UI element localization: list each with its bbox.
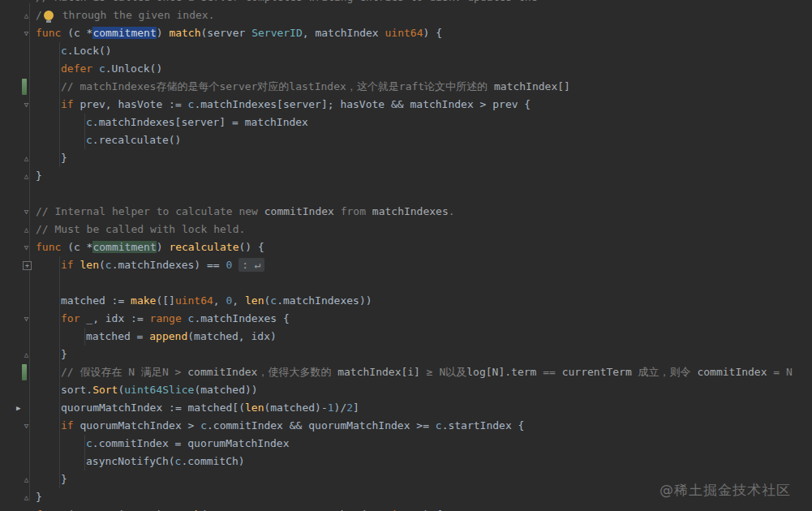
code-token: (c * [61,241,92,253]
watermark: @稀土掘金技术社区 [659,481,791,500]
code-token: (server [201,27,252,39]
code-token: c [200,419,207,432]
code-token: ) [157,241,170,253]
code-token: len [245,402,264,414]
code-token: range [150,312,188,324]
code-line[interactable]: asyncNotifyCh(c.commitCh) [0,453,812,470]
code-token: .matchIndexes[server]; hasVote && matchI… [194,98,531,110]
code-token: commitIndex [264,205,334,217]
code-line[interactable]: ▽func (c *commitment) match(server Serve… [0,24,812,42]
code-token: : ↵ [238,258,264,272]
code-line[interactable]: c.commitIndex = quorumMatchIndex [0,435,812,453]
code-token: ] [353,402,359,414]
code-token: // Must be called with lock held. [36,223,245,235]
code-token: matched = [86,330,149,342]
code-token: commitment [92,27,156,39]
code-token: sort. [61,384,92,396]
code-token: 成立，则令 [632,366,698,378]
code-line[interactable]: defer c.Unlock() [0,60,812,78]
code-line[interactable]: ▶quorumMatchIndex := matched[(len(matche… [0,399,812,417]
code-line[interactable] [0,185,812,203]
code-line[interactable]: △/ through the given index. [0,6,812,24]
code-token: if [61,98,79,110]
code-token: _, idx := [86,312,149,324]
code-token: ([] [156,294,174,307]
code-line[interactable]: ▽if prev, hasVote := c.matchIndexes[serv… [0,96,812,114]
code-token: .matchIndexes { [194,312,289,324]
code-token: .recalculate() [92,134,182,146]
code-line[interactable]: ▽// Internal helper to calculate new com… [0,203,812,221]
code-token: c [99,62,105,75]
code-token: .startIndex { [442,419,525,432]
code-line[interactable]: ▽func (c *commitment) recalculate() { [0,238,812,256]
code-token: from [334,205,372,217]
code-line[interactable]: ▽if quorumMatchIndex > c.commitIndex && … [0,417,812,435]
code-token: matchIndexes [372,205,449,217]
code-token: len [79,259,98,271]
code-line[interactable]: func (c *commitment) match(server Server… [0,506,812,511]
code-token: )/ [334,402,347,414]
code-token: commitment [92,241,156,253]
code-token: if [61,419,79,432]
code-token: c [86,134,92,146]
code-token: .commitIndex && quorumMatchIndex >= [207,419,436,432]
code-line[interactable]: // 假设存在 N 满足N > commitIndex，使得大多数的 match… [0,363,812,381]
code-token: // 假设存在 N 满足N > [61,366,187,378]
code-token: .Lock() [67,45,112,57]
code-token: currentTerm [562,366,632,378]
code-token: uint64 [175,294,213,307]
code-line[interactable]: c.matchIndexes[server] = matchIndex [0,114,812,131]
code-token: append [149,330,187,342]
code-token: quorumMatchIndex := matched[( [61,402,245,414]
code-token: asyncNotifyCh( [86,455,175,467]
code-token: through the given index. [56,9,215,21]
code-token: .commitIndex = quorumMatchIndex [92,437,290,449]
code-token: len [245,294,264,307]
code-token: for [61,312,86,324]
code-token: == [536,366,561,378]
code-line[interactable]: △} [0,167,812,185]
code-token: quorumMatchIndex > [79,419,200,432]
code-token: ) { [423,27,442,39]
code-token: commitIndex [697,366,767,378]
code-token: () { [238,241,264,253]
code-line[interactable]: matched := make([]uint64, 0, len(c.match… [0,292,812,310]
code-line[interactable]: △} [0,346,812,363]
code-token: c [436,419,442,432]
code-token: 1 [328,402,334,414]
code-token: commitIndex [187,366,257,378]
code-token: } [36,170,42,182]
intention-bulb-icon[interactable] [44,11,54,20]
code-token: make [131,294,156,307]
code-line[interactable]: // Match is called once a server complet… [0,0,812,6]
code-line[interactable]: +if len(c.matchIndexes) == 0 : ↵ [0,256,812,274]
code-editor[interactable]: // Match is called once a server complet… [0,0,812,511]
code-token: ) [157,27,170,39]
code-line[interactable]: sort.Sort(uint64Slice(matched)) [0,381,812,399]
code-token: .matchIndexes) == [112,259,226,271]
code-token: func [36,27,61,39]
code-token: matchIndex[] [494,80,570,92]
code-line[interactable]: c.Lock() [0,42,812,60]
code-token: c [105,259,112,271]
code-line[interactable]: △} [0,149,812,167]
code-token: (matched, idx) [187,330,277,342]
code-area[interactable]: // Match is called once a server complet… [0,0,812,511]
code-token: } [36,491,42,503]
code-token: .commitCh) [181,455,244,467]
code-token: uint64Slice [124,384,194,396]
code-token: } [61,348,67,360]
code-token: = N [767,366,793,378]
code-token: recalculate [169,241,238,253]
code-token: 2 [346,402,353,414]
code-line[interactable]: // matchIndexes存储的是每个server对应的lastIndex，… [0,78,812,96]
code-line[interactable]: c.recalculate() [0,131,812,149]
code-token: ≥ N以及 [420,366,466,378]
code-line[interactable]: matched = append(matched, idx) [0,328,812,346]
code-token: , matchIndex [303,27,385,39]
code-line[interactable]: △// Must be called with lock held. [0,221,812,238]
code-line[interactable] [0,274,812,292]
code-token: (c * [61,27,92,39]
code-line[interactable]: ▽for _, idx := range c.matchIndexes { [0,310,812,328]
code-token: c [270,294,277,307]
